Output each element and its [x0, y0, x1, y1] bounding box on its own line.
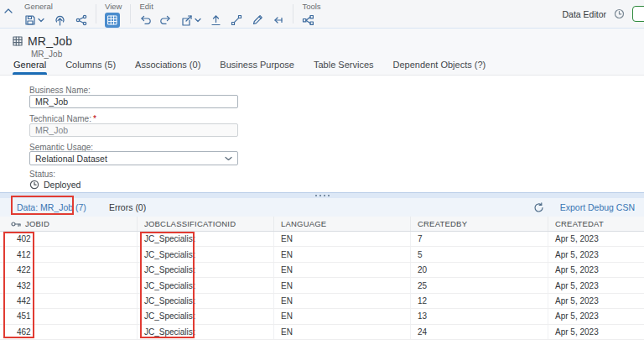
technical-name-label: Technical Name:* — [29, 114, 96, 123]
table-cell: 422 — [0, 263, 138, 277]
tools-button[interactable] — [302, 14, 314, 26]
table-cell: JC_Specialist — [138, 294, 274, 308]
required-asterisk: * — [93, 114, 96, 123]
table-cell: JC_Specialist — [138, 247, 274, 261]
table-cell: 25 — [411, 278, 548, 292]
table-cell: 402 — [0, 232, 138, 246]
table-cell: 451 — [0, 309, 138, 323]
top-toolbar: General View Edit — [0, 0, 644, 29]
hierarchy-icon — [302, 14, 314, 26]
table-cell: EN — [274, 294, 411, 308]
tab-dependent-objects[interactable]: Dependent Objects (?) — [392, 60, 487, 75]
table-cell: 432 — [0, 278, 138, 292]
table-cell: EN — [274, 232, 411, 246]
table-cell: EN — [274, 309, 411, 323]
table-cell: 7 — [411, 232, 548, 246]
semantic-usage-select[interactable]: Relational Dataset — [29, 151, 238, 165]
panel-splitter[interactable] — [0, 192, 644, 198]
table-row: 451JC_SpecialistEN13Apr 5, 2023 — [0, 309, 644, 324]
import-upload-button[interactable] — [210, 14, 221, 26]
status-value: Deployed — [44, 180, 80, 190]
table-row: 402JC_SpecialistEN7Apr 5, 2023 — [0, 232, 644, 247]
toolbar-section-edit: Edit — [132, 0, 292, 28]
table-object-icon — [13, 36, 23, 46]
impact-analysis-button[interactable] — [231, 14, 242, 26]
table-cell: EN — [274, 263, 411, 277]
deploy-icon — [54, 14, 66, 26]
share-button[interactable] — [75, 14, 87, 26]
table-cell: 412 — [0, 247, 138, 261]
undo-button[interactable] — [139, 14, 151, 25]
business-name-label: Business Name: — [29, 86, 91, 95]
business-name-field[interactable] — [29, 95, 238, 108]
section-label-tools: Tools — [302, 3, 320, 11]
key-icon — [11, 220, 21, 228]
tab-strip: General Columns (5) Associations (0) Bus… — [13, 60, 486, 75]
deploy-button[interactable] — [54, 14, 66, 26]
table-cell: 12 — [411, 294, 548, 308]
pencil-icon — [252, 14, 263, 26]
export-debug-csn-button[interactable]: Export Debug CSN — [560, 202, 635, 212]
table-cell: Apr 5, 2023 — [548, 309, 644, 323]
column-header-createdat[interactable]: CREATEDAT — [548, 217, 644, 231]
partial-button[interactable] — [632, 6, 644, 22]
table-cell: EN — [274, 278, 411, 292]
column-header-jobclassificationid[interactable]: JOBCLASSIFICATIONID — [138, 217, 274, 231]
refresh-icon[interactable] — [533, 202, 544, 213]
section-label-general: General — [24, 3, 87, 11]
data-grid-body: 402JC_SpecialistEN7Apr 5, 2023412JC_Spec… — [0, 232, 644, 340]
table-cell: Apr 5, 2023 — [548, 278, 644, 292]
revert-button[interactable] — [273, 15, 284, 25]
column-header-language[interactable]: LANGUAGE — [274, 217, 411, 231]
redo-button[interactable] — [160, 14, 172, 25]
table-cell: JC_Specialist — [138, 263, 274, 277]
save-floppy-icon — [24, 14, 36, 26]
technical-name-field — [29, 123, 238, 137]
table-cell: Apr 5, 2023 — [548, 325, 644, 339]
general-form: Business Name: Technical Name:* Semantic… — [0, 76, 644, 192]
collapse-toolbar-button[interactable] — [0, 0, 17, 28]
table-row: 432JC_SpecialistEN25Apr 5, 2023 — [0, 278, 644, 293]
toolbar-section-view: View — [97, 0, 129, 28]
status-clock-icon — [29, 180, 39, 190]
errors-tab[interactable]: Errors (0) — [109, 202, 146, 212]
table-cell: EN — [274, 325, 411, 339]
toolbar-section-tools: Tools — [294, 0, 328, 28]
splitter-grip-icon[interactable] — [315, 195, 330, 196]
table-cell: Apr 5, 2023 — [548, 294, 644, 308]
data-editor-label[interactable]: Data Editor — [562, 9, 606, 19]
export-button[interactable] — [181, 14, 201, 26]
object-header: MR_Job MR_Job General Columns (5) Associ… — [0, 29, 644, 76]
section-label-view: View — [105, 3, 122, 11]
section-label-edit: Edit — [139, 3, 284, 11]
tab-table-services[interactable]: Table Services — [313, 60, 375, 75]
chevron-down-icon — [38, 18, 44, 23]
view-grid-toggle-button[interactable] — [105, 13, 120, 28]
tab-general[interactable]: General — [13, 60, 47, 75]
export-icon — [181, 14, 193, 26]
page-title: MR_Job — [28, 34, 72, 48]
grid-header: JOBID JOBCLASSIFICATIONID LANGUAGE CREAT… — [0, 217, 644, 232]
tab-columns[interactable]: Columns (5) — [65, 60, 117, 75]
data-preview-tab[interactable]: Data: MR_Job (7) — [17, 202, 86, 212]
edit-button[interactable] — [252, 14, 263, 26]
tab-business-purpose[interactable]: Business Purpose — [219, 60, 295, 75]
column-header-createdby[interactable]: CREATEDBY — [411, 217, 548, 231]
table-cell: Apr 5, 2023 — [548, 247, 644, 261]
tab-associations[interactable]: Associations (0) — [134, 60, 201, 75]
table-cell: 13 — [411, 309, 548, 323]
upload-icon — [210, 14, 221, 26]
table-cell: 24 — [411, 325, 548, 339]
impact-analysis-icon — [231, 14, 242, 26]
table-cell: 462 — [0, 325, 138, 339]
chevron-down-icon — [225, 156, 232, 161]
undo-icon — [139, 14, 151, 25]
save-button[interactable] — [24, 14, 44, 26]
history-clock-icon[interactable] — [614, 8, 625, 19]
table-cell: 20 — [411, 263, 548, 277]
share-icon — [75, 14, 87, 26]
table-cell: 5 — [411, 247, 548, 261]
redo-icon — [160, 14, 172, 25]
table-cell: JC_Specialist — [138, 278, 274, 292]
column-header-jobid[interactable]: JOBID — [0, 217, 138, 231]
